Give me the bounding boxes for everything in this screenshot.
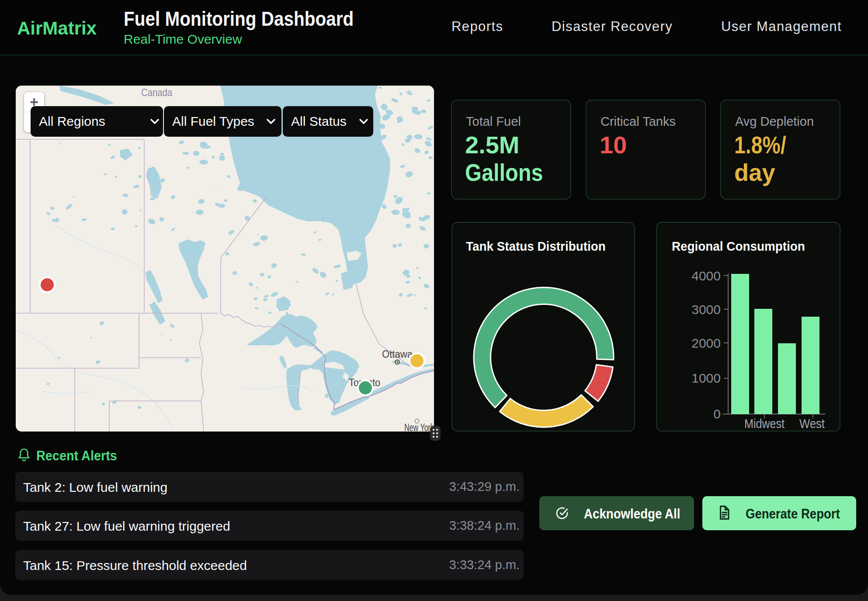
svg-text:2000: 2000 bbox=[691, 336, 721, 350]
svg-text:Midwest: Midwest bbox=[744, 416, 785, 431]
svg-text:4000: 4000 bbox=[691, 269, 721, 283]
svg-text:0: 0 bbox=[713, 407, 721, 421]
svg-text:Canada: Canada bbox=[141, 86, 173, 98]
svg-text:Ottawa: Ottawa bbox=[382, 349, 413, 360]
svg-text:1000: 1000 bbox=[691, 371, 721, 385]
svg-text:3000: 3000 bbox=[691, 302, 721, 317]
svg-text:New York: New York bbox=[404, 422, 434, 432]
svg-text:West: West bbox=[799, 416, 825, 431]
